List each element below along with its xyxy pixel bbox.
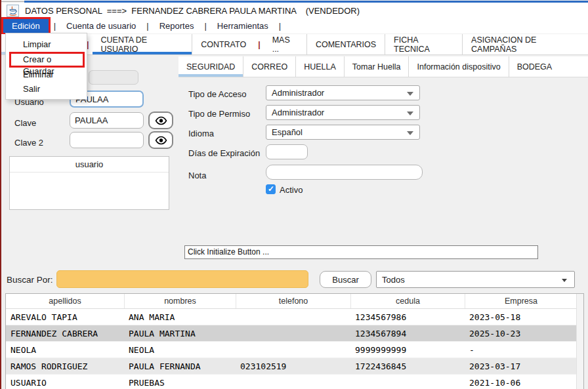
results-table: apellidosnombrestelefonocedulaEmpresa AR… [5,293,584,389]
tipo-acceso-label: Tipo de Acceso [188,89,246,99]
cell-cedula: 1234567894 [350,329,465,338]
table-row[interactable]: AREVALO TAPIA ANA MARIA 1234567986 2023-… [6,309,577,325]
main-tab[interactable]: ASIGNACION DE CAMPAÑAS [462,34,588,54]
buscar-button[interactable]: Buscar [320,271,371,288]
main-tabs: |CUENTA DE USUARIOCONTRATO|MAS ...COMENT… [83,34,588,54]
table-row[interactable]: NEOLA NEOLA 9999999999 - [6,342,577,358]
window-top-border-gray [1,1,24,2]
security-tab[interactable]: BODEGA [509,56,560,77]
main-tab[interactable]: FICHA TECNICA [385,34,462,54]
clave2-input[interactable] [70,132,144,148]
cell-empresa: 2025-10-23 [465,329,577,338]
activo-checkbox[interactable] [266,184,276,194]
cell-nombres: ANA MARIA [124,312,236,322]
tipo-permiso-select[interactable]: Administrador [266,105,420,120]
menu-bar-item[interactable]: Reportes [152,20,201,32]
main-tab-strip: |CUENTA DE USUARIOCONTRATO|MAS ...COMENT… [1,34,588,55]
tipo-permiso-label: Tipo de Permiso [188,109,250,119]
cell-apellidos: FERNANDEZ CABRERA [6,329,124,338]
cell-cedula: 1722436845 [350,361,465,371]
menu-popup-item[interactable]: Limpiar [6,37,87,52]
chevron-down-icon [407,112,413,115]
initialize-status-field[interactable]: Click Initialize Button ... [184,245,538,259]
menu-bar-item[interactable]: | [276,21,284,31]
idioma-value: Español [272,127,303,137]
table-column-header[interactable]: Empresa [465,294,577,308]
tipo-acceso-value: Administrador [272,88,324,98]
menu-bar: Edición|Cuenta de usuario|Reportes|Herra… [1,18,588,33]
cell-cedula: 1234567986 [350,312,465,322]
title-bar: DATOS PERSONAL ===> FERNANDEZ CABRERA PA… [1,3,588,18]
table-column-header[interactable]: telefono [236,294,350,308]
nota-label: Nota [188,171,206,180]
cell-nombres: PAULA MARTINA [124,329,236,338]
usuario-list[interactable]: usuario [9,156,169,210]
activo-label: Activo [280,185,303,195]
filter-value: Todos [382,275,405,285]
tipo-permiso-value: Administrador [272,108,324,117]
security-tab[interactable]: SEGURIDAD [178,56,243,77]
security-tab[interactable]: CORREO [243,56,295,77]
dias-expiracion-label: Días de Expiración [188,148,260,158]
cell-empresa: - [465,345,577,355]
cell-empresa: 2021-10-06 [465,378,577,388]
cell-empresa: 2023-03-17 [465,361,577,371]
show-clave-button[interactable] [148,112,173,129]
main-tab[interactable]: CUENTA DE USUARIO [93,34,192,54]
cell-apellidos: AREVALO TAPIA [6,312,124,322]
menu-bar-item[interactable]: Edición [1,17,51,35]
menu-popup-item[interactable]: Salir [6,82,87,96]
show-clave2-button[interactable] [148,131,173,149]
table-row[interactable]: FERNANDEZ CABRERA PAULA MARTINA 12345678… [6,325,577,342]
chevron-down-icon [407,92,413,96]
menu-bar-item[interactable]: | [51,21,59,31]
disabled-field [89,70,138,85]
table-column-header[interactable]: apellidos [6,294,124,308]
cell-apellidos: NEOLA [6,345,124,355]
tipo-acceso-select[interactable]: Administrador [266,85,420,100]
security-tab[interactable]: HUELLA [295,56,344,77]
table-scrollbar-gutter[interactable] [576,294,583,389]
chevron-down-icon [562,279,567,282]
cell-telefono: 023102519 [236,361,350,371]
java-app-icon [7,5,19,17]
main-tab[interactable]: | [255,34,264,54]
app-window: DATOS PERSONAL ===> FERNANDEZ CABRERA PA… [0,0,588,389]
main-tab[interactable]: CONTRATO [192,34,255,54]
security-tab-strip: SEGURIDADCORREOHUELLATomar HuellaInforma… [178,56,588,77]
edicion-menu-popup: LimpiarCrear o GuardarEliminarSalir [5,33,87,100]
security-tab[interactable]: Información dispositivo [408,56,508,77]
table-column-header[interactable]: nombres [124,294,236,308]
menu-bar-item[interactable]: | [143,21,152,31]
window-title: DATOS PERSONAL ===> FERNANDEZ CABRERA PA… [25,6,360,16]
idioma-label: Idioma [188,129,214,138]
main-tab[interactable]: COMENTARIOS [306,34,385,54]
menu-bar-item[interactable]: Cuenta de usuario [59,20,143,32]
clave-label: Clave [14,118,36,128]
table-body: AREVALO TAPIA ANA MARIA 1234567986 2023-… [6,309,583,389]
menu-bar-item[interactable]: | [201,21,209,31]
cell-nombres: NEOLA [124,345,236,355]
security-tab[interactable]: Tomar Huella [344,56,409,77]
eye-icon [155,136,167,145]
table-row[interactable]: USUARIO PRUEBAS 2021-10-06 [6,375,577,389]
cell-apellidos: RAMOS RODRIGUEZ [6,361,124,371]
search-input[interactable] [56,270,308,288]
table-column-header[interactable]: cedula [350,294,465,308]
eye-icon [155,116,167,125]
clave-input[interactable] [70,112,144,129]
menu-popup-item[interactable]: Eliminar [6,68,87,82]
cell-nombres: PAULA FERNANDA [124,361,236,371]
window-left-border [0,0,1,389]
filter-select[interactable]: Todos [376,271,575,288]
main-tab[interactable]: MAS ... [264,34,306,54]
cell-empresa: 2023-05-18 [465,312,577,322]
chevron-down-icon [407,131,413,135]
nota-input[interactable] [266,165,423,180]
dias-expiracion-input[interactable] [266,144,308,159]
menu-popup-item[interactable]: Crear o Guardar [9,52,85,68]
table-row[interactable]: RAMOS RODRIGUEZ PAULA FERNANDA 023102519… [6,358,577,375]
cell-apellidos: USUARIO [6,378,124,388]
idioma-select[interactable]: Español [266,125,420,140]
menu-bar-item[interactable]: Herramientas [210,20,276,32]
